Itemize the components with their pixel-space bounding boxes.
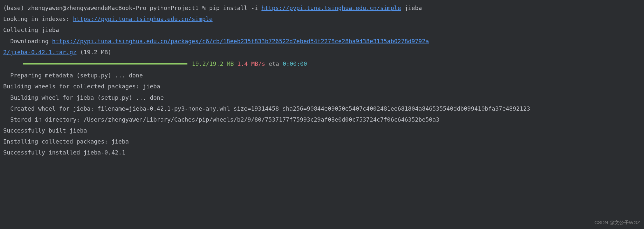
progress-speed: 1.4 MB/s (237, 60, 265, 67)
looking-prefix: Looking in indexes: (3, 15, 73, 22)
stored-dir-line: Stored in directory: /Users/zhengyawen/L… (3, 114, 641, 125)
installing-line: Installing collected packages: jieba (3, 136, 641, 147)
package-arg: jieba (401, 5, 422, 11)
building-wheel-line: Building wheel for jieba (setup.py) ... … (3, 92, 641, 103)
downloading-line: Downloading https://pypi.tuna.tsinghua.e… (3, 36, 641, 47)
success-built-line: Successfully built jieba (3, 125, 641, 136)
looking-line: Looking in indexes: https://pypi.tuna.ts… (3, 14, 641, 25)
watermark-text: CSDN @文公子WGZ (594, 218, 640, 227)
downloading-line-2: 2/jieba-0.42.1.tar.gz (19.2 MB) (3, 47, 641, 58)
shell-prompt: (base) zhengyawen@zhengyawendeMacBook-Pr… (3, 5, 261, 11)
created-wheel-line: Created wheel for jieba: filename=jieba-… (3, 103, 641, 114)
download-url-part2[interactable]: 2/jieba-0.42.1.tar.gz (3, 49, 77, 55)
terminal-output[interactable]: (base) zhengyawen@zhengyawendeMacBook-Pr… (3, 3, 641, 158)
progress-size: 19.2/19.2 MB (192, 60, 234, 67)
success-installed-line: Successfully installed jieba-0.42.1 (3, 147, 641, 158)
progress-eta-value: 0:00:00 (283, 60, 307, 67)
download-size: (19.2 MB) (77, 49, 111, 55)
progress-eta-label: eta (269, 60, 279, 67)
prompt-line: (base) zhengyawen@zhengyawendeMacBook-Pr… (3, 3, 641, 14)
preparing-line: Preparing metadata (setup.py) ... done (3, 70, 641, 81)
download-url-part1[interactable]: https://pypi.tuna.tsinghua.edu.cn/packag… (52, 38, 429, 45)
progress-text: 19.2/19.2 MB 1.4 MB/s eta 0:00:00 (192, 58, 307, 69)
index-link[interactable]: https://pypi.tuna.tsinghua.edu.cn/simple (73, 15, 213, 22)
progress-bar (23, 63, 187, 65)
collecting-line: Collecting jieba (3, 25, 641, 35)
downloading-prefix: Downloading (3, 38, 52, 45)
index-url-link[interactable]: https://pypi.tuna.tsinghua.edu.cn/simple (261, 5, 401, 11)
progress-row: 19.2/19.2 MB 1.4 MB/s eta 0:00:00 (3, 58, 641, 69)
building-wheels-line: Building wheels for collected packages: … (3, 81, 641, 92)
